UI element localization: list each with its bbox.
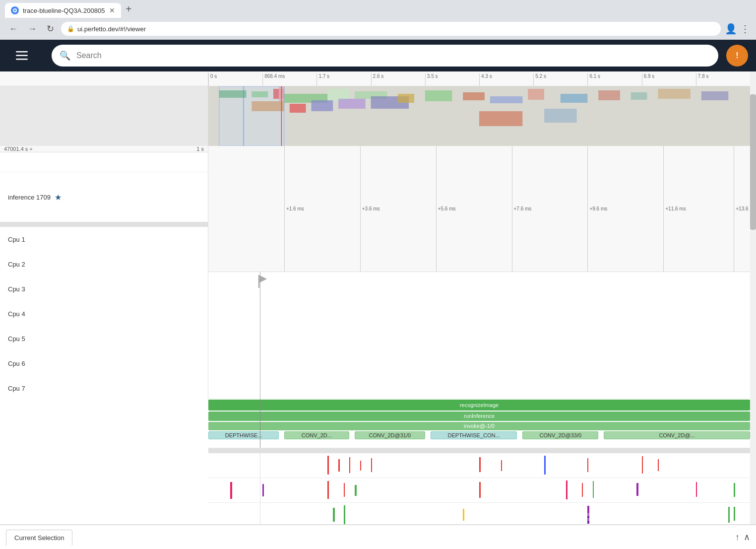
detail-ruler: +1.6 ms +3.6 ms +5.6 ms +7.6 ms +9.6 ms … <box>208 146 750 272</box>
detail-tick-1: +3.6 ms <box>360 146 380 272</box>
svg-rect-18 <box>219 86 284 146</box>
cursor-line <box>260 272 260 398</box>
cpu1-bar-8 <box>544 456 546 475</box>
cpu2-track[interactable] <box>208 478 750 503</box>
span-conv2d-31[interactable]: CONV_2D@31/0 <box>355 431 425 439</box>
inference-canvas: recognizeImage runInference invoke@-1/0 … <box>208 399 750 448</box>
span-conv2d-1[interactable]: CONV_2D... <box>284 431 349 439</box>
ruler-tick-8: 6.9 s <box>642 73 696 86</box>
search-bar[interactable]: 🔍 <box>52 45 718 67</box>
cpu2-bar-11 <box>696 482 697 497</box>
cpu6-label: Cpu 6 <box>0 351 208 376</box>
cpu1-canvas <box>208 453 750 478</box>
cpu7-label: Cpu 7 <box>0 376 208 401</box>
span-depthwise1[interactable]: DEPTHWISE... <box>208 431 279 439</box>
cpu2-bar-2 <box>262 484 264 496</box>
cpu3-bar-3 <box>463 509 464 521</box>
hamburger-btn[interactable] <box>0 40 44 71</box>
detail-tick-5: +11.6 ms <box>663 146 686 272</box>
cpu2-canvas <box>208 478 750 502</box>
detail-ruler-label: 47001.4 s + 1 s <box>0 146 208 152</box>
svg-point-1 <box>14 9 16 11</box>
cpu3-label: Cpu 3 <box>0 276 208 301</box>
detail-tick-4: +9.6 ms <box>587 146 607 272</box>
overview-minimap[interactable] <box>208 86 750 146</box>
star-icon[interactable]: ★ <box>55 193 62 202</box>
svg-rect-24 <box>490 96 523 103</box>
inference-track[interactable]: recognizeImage runInference invoke@-1/0 … <box>208 399 750 448</box>
cpu3-track[interactable]: S S <box>208 503 750 524</box>
forward-btn[interactable]: → <box>25 22 40 36</box>
ruler-tick-7: 6.1 s <box>587 73 641 86</box>
nav-actions: 👤 ⋮ <box>725 23 750 35</box>
cpu2-bar-7 <box>566 480 567 499</box>
back-btn[interactable]: ← <box>6 22 21 36</box>
bottom-bar: Current Selection ↑ ∧ <box>0 524 756 549</box>
tab-bar: trace-blueline-QQ3A.200805 ✕ + <box>0 0 756 18</box>
flag-marker <box>257 275 268 290</box>
detail-tick-3: +7.6 ms <box>512 146 532 272</box>
svg-rect-2 <box>16 51 28 53</box>
app-header: 🔍 ! <box>0 40 756 71</box>
cpu3-bar-5: S <box>587 516 589 524</box>
expand-btn[interactable]: ∧ <box>744 532 750 543</box>
cpu5-label: Cpu 5 <box>0 326 208 351</box>
cpu2-bar-6 <box>479 482 481 498</box>
svg-rect-4 <box>16 59 28 60</box>
span-depthwise2[interactable]: DEPTHWISE_CON... <box>431 431 517 439</box>
profile-icon[interactable]: 👤 <box>725 23 737 35</box>
ruler-tick-0: 0 s <box>208 73 262 86</box>
cpu1-label: Cpu 1 <box>0 227 208 252</box>
span-conv2d-end[interactable]: CONV_2D@... <box>604 431 750 439</box>
ruler-tick-4: 3.5 s <box>425 73 479 86</box>
refresh-btn[interactable]: ↻ <box>44 21 57 36</box>
svg-rect-25 <box>528 89 544 100</box>
app: 🔍 ! 47001.4 s + 1 s inference 1709 ★ <box>0 40 756 549</box>
svg-rect-29 <box>658 89 691 99</box>
tab-favicon <box>11 6 19 14</box>
overview-ruler-spacer <box>0 71 208 86</box>
address-bar[interactable]: 🔒 ui.perfetto.dev/#!/viewer <box>61 22 721 36</box>
search-icon: 🔍 <box>60 50 70 61</box>
scroll-thumb[interactable] <box>750 94 756 230</box>
nav-menu-icon[interactable]: ⋮ <box>740 23 750 35</box>
tracks-container: recognizeImage runInference invoke@-1/0 … <box>208 399 750 524</box>
ruler-tick-5: 4.3 s <box>479 73 533 86</box>
span-invoke[interactable]: invoke@-1/0 <box>208 422 750 430</box>
cpu2-bar-1 <box>230 482 232 499</box>
span-runinference[interactable]: runInference <box>208 412 750 421</box>
scrollbar[interactable] <box>750 71 756 524</box>
cpu1-bar-11 <box>658 459 659 471</box>
detail-tick-6: +13.6 <box>734 146 748 272</box>
cpu3-bar-6 <box>728 507 730 523</box>
bottom-actions: ↑ ∧ <box>735 532 750 543</box>
svg-rect-26 <box>561 94 588 103</box>
cpu2-bar-10 <box>636 483 638 496</box>
cpu4-label: Cpu 4 <box>0 301 208 326</box>
notification-btn[interactable]: ! <box>726 45 748 67</box>
svg-rect-23 <box>463 92 485 100</box>
cpu1-bar-9 <box>587 458 588 472</box>
track-separator <box>208 448 750 453</box>
cpu1-bar-2 <box>338 459 340 472</box>
detail-left-label: 47001.4 s + <box>4 146 196 152</box>
cpu2-label: Cpu 2 <box>0 252 208 276</box>
scroll-top-btn[interactable]: ↑ <box>735 532 740 543</box>
cpu1-track[interactable] <box>208 453 750 478</box>
span-conv2d-33[interactable]: CONV_2D@33/0 <box>522 431 598 439</box>
tab-close-btn[interactable]: ✕ <box>109 6 115 14</box>
span-recognizeimage[interactable]: recognizeImage <box>208 400 750 411</box>
search-input[interactable] <box>76 51 710 60</box>
cpu2-bar-8 <box>582 483 583 497</box>
cpu1-bar-3 <box>349 457 350 473</box>
svg-rect-28 <box>631 92 647 100</box>
new-tab-btn[interactable]: + <box>121 3 137 15</box>
active-tab[interactable]: trace-blueline-QQ3A.200805 ✕ <box>5 3 121 18</box>
separator-left <box>0 222 208 227</box>
lock-icon: 🔒 <box>67 25 74 32</box>
notification-icon: ! <box>736 51 738 60</box>
cpu3-bar-2 <box>344 505 345 524</box>
svg-rect-16 <box>338 99 366 109</box>
current-selection-btn[interactable]: Current Selection <box>6 530 72 546</box>
svg-rect-31 <box>479 111 522 126</box>
